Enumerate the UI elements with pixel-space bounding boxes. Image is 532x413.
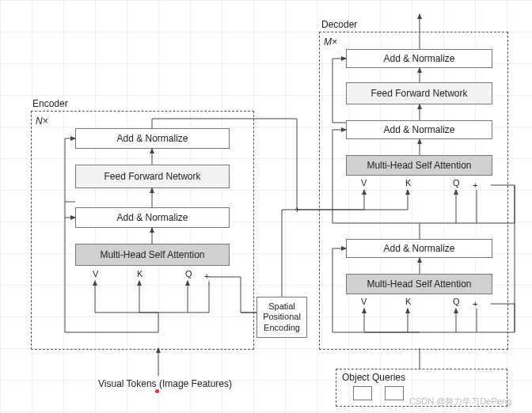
decoder-title: Decoder — [321, 19, 357, 30]
enc-add-norm-top: Add & Normalize — [75, 128, 230, 149]
dec-ffn: Feed Forward Network — [346, 82, 492, 104]
enc-port-k: K — [137, 269, 142, 278]
dec-add-norm-top: Add & Normalize — [346, 49, 492, 68]
enc-mha: Multi-Head Self Attention — [75, 244, 230, 266]
object-queries-label: Object Queries — [342, 372, 405, 383]
enc-port-plus: + — [204, 271, 209, 281]
obj-query-token-2 — [385, 386, 404, 400]
dec-add-norm-mid: Add & Normalize — [346, 120, 492, 139]
dec-self-v: V — [361, 297, 367, 306]
enc-add-norm-mid: Add & Normalize — [75, 207, 230, 228]
encoder-repeat: N× — [36, 116, 48, 127]
dec-self-q: Q — [453, 297, 460, 306]
obj-query-token-1 — [353, 386, 372, 400]
dec-cross-v: V — [361, 178, 367, 188]
enc-port-v: V — [93, 269, 98, 278]
dec-self-plus: + — [473, 299, 477, 309]
decoder-box — [319, 32, 508, 350]
decoder-repeat: M× — [324, 36, 337, 47]
enc-port-q: Q — [185, 269, 192, 278]
center-plus: + — [294, 204, 300, 215]
watermark: CSDN @努力学习DePeng — [409, 396, 511, 407]
dec-self-mha: Multi-Head Self Attention — [346, 274, 492, 294]
dec-cross-q: Q — [453, 178, 460, 188]
encoder-title: Encoder — [32, 98, 68, 109]
enc-ffn: Feed Forward Network — [75, 165, 230, 188]
dec-cross-mha: Multi-Head Self Attention — [346, 155, 492, 176]
spe-block: Spatial Positional Encoding — [256, 297, 307, 338]
dec-cross-plus: + — [473, 180, 477, 190]
dec-add-norm-low: Add & Normalize — [346, 239, 492, 258]
typo-marker — [155, 389, 159, 393]
dec-cross-k: K — [405, 178, 411, 188]
visual-tokens-label: Visual Tokens (Image Features) — [98, 378, 232, 389]
dec-self-k: K — [405, 297, 411, 306]
